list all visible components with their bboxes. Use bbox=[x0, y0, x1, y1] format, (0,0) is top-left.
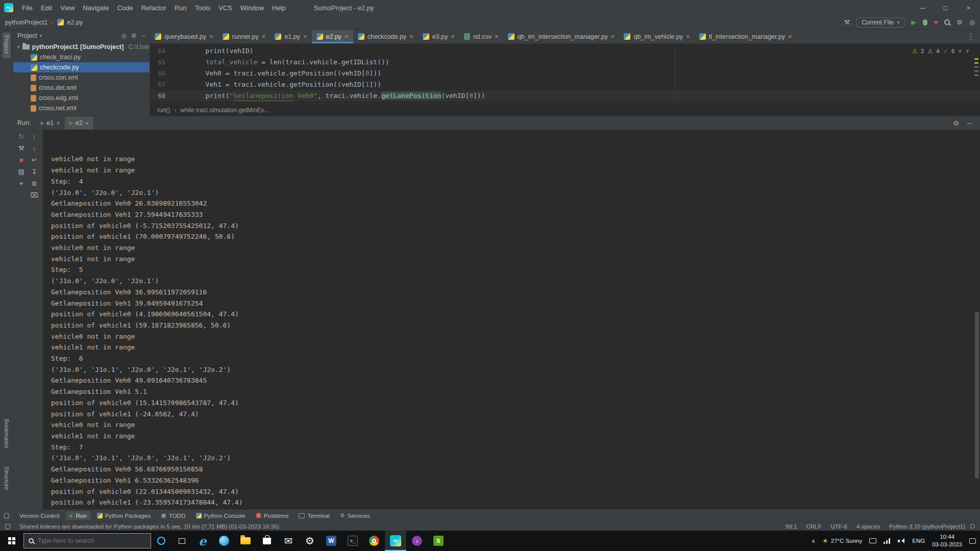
clock-widget[interactable]: 10:44 03-03-2023 bbox=[932, 533, 962, 548]
settings-gear-icon[interactable]: ⚙ bbox=[953, 119, 959, 127]
taskbar-search[interactable] bbox=[23, 533, 151, 548]
profile-icon[interactable]: ◎ bbox=[969, 19, 975, 26]
status-utf-8[interactable]: UTF-8 bbox=[830, 523, 847, 530]
toolwindow-button-problems[interactable]: !Problems bbox=[252, 511, 293, 520]
close-tab-icon[interactable]: × bbox=[345, 33, 349, 40]
cortana-button[interactable] bbox=[151, 531, 172, 551]
editor-tab-e3.py[interactable]: e3.py× bbox=[418, 30, 459, 43]
tab-options-icon[interactable]: ⋮ bbox=[962, 30, 980, 43]
store-icon[interactable] bbox=[256, 531, 278, 551]
down-stack-trace-button[interactable]: ↓ bbox=[33, 145, 36, 152]
toolwindow-button-run[interactable]: ▶Run bbox=[66, 511, 91, 520]
stop-button[interactable]: ■ bbox=[934, 19, 938, 25]
project-file-check_traci.py[interactable]: check_traci.py bbox=[13, 52, 150, 62]
language-indicator[interactable]: ENG bbox=[912, 538, 925, 544]
toolwindow-project-button[interactable]: Project bbox=[3, 33, 11, 58]
soft-wrap-button[interactable]: ↵ bbox=[32, 157, 37, 163]
editor-tab-qb_im_vehicle.py[interactable]: qb_im_vehicle.py× bbox=[619, 30, 694, 43]
toolwindow-button-version-control[interactable]: Version Control bbox=[15, 511, 64, 520]
run-tab-e2[interactable]: ▶e2× bbox=[65, 116, 93, 130]
close-tab-icon[interactable]: × bbox=[611, 33, 615, 40]
volume-tray-icon[interactable] bbox=[898, 538, 905, 544]
run-button[interactable]: ▶ bbox=[911, 19, 916, 26]
internet-explorer-icon[interactable] bbox=[192, 531, 213, 551]
status-99-1[interactable]: 99:1 bbox=[786, 523, 797, 530]
status-panel-icon[interactable] bbox=[5, 524, 10, 529]
code-line-66[interactable]: 66 Veh0 = traci.vehicle.getPosition((veh… bbox=[150, 68, 980, 79]
menu-window[interactable]: Window bbox=[237, 3, 267, 13]
project-root[interactable]: ▾ pythonProject1 [SumoProject] C:\Users.… bbox=[13, 42, 150, 52]
code-editor[interactable]: 64 print(vehID)65 total_vehicle = len(tr… bbox=[150, 44, 980, 104]
editor-tab-e1.py[interactable]: e1.py× bbox=[270, 30, 311, 43]
pycharm-taskbar-icon[interactable] bbox=[385, 531, 406, 551]
menu-view[interactable]: View bbox=[57, 3, 78, 13]
up-stack-trace-button[interactable]: ↑ bbox=[33, 133, 36, 140]
toolwindow-switcher-icon[interactable] bbox=[4, 513, 9, 518]
run-tab-e1[interactable]: ▶e1× bbox=[36, 116, 64, 130]
display-tray-icon[interactable] bbox=[869, 538, 876, 543]
settings-gear-icon[interactable]: ⚙ bbox=[131, 32, 137, 39]
maximize-button[interactable]: □ bbox=[934, 0, 957, 15]
menu-tools[interactable]: Tools bbox=[191, 3, 214, 13]
menu-vcs[interactable]: VCS bbox=[215, 3, 236, 13]
breadcrumb-file[interactable]: e2.py bbox=[67, 19, 83, 26]
close-tab-icon[interactable]: × bbox=[409, 33, 413, 40]
close-tab-icon[interactable]: × bbox=[209, 33, 213, 40]
status-python-3-10-pythonproject1-[interactable]: Python 3.10 (pythonProject1) bbox=[889, 523, 965, 530]
weather-widget[interactable]: ☀ 27°C Sunny bbox=[822, 537, 862, 545]
menu-code[interactable]: Code bbox=[114, 3, 137, 13]
word-icon[interactable] bbox=[321, 531, 342, 551]
project-file-cross.edg.xml[interactable]: cross.edg.xml bbox=[13, 93, 150, 103]
menu-help[interactable]: Help bbox=[268, 3, 289, 13]
terminal-app-icon[interactable] bbox=[342, 531, 363, 551]
project-file-cross.net.xml[interactable]: cross.net.xml bbox=[13, 103, 150, 113]
menu-edit[interactable]: Edit bbox=[37, 3, 56, 13]
project-file-cross.det.xml[interactable]: cross.det.xml bbox=[13, 83, 150, 93]
toolwindow-button-services[interactable]: ⚙Services bbox=[336, 511, 374, 520]
clear-all-button[interactable]: ⌧ bbox=[31, 192, 38, 198]
breadcrumb-item[interactable]: while traci.simulation.getMinEx... bbox=[180, 107, 269, 114]
settings-app-icon[interactable] bbox=[299, 531, 321, 551]
editor-tab-tl_intersection_manager.py[interactable]: tl_intersection_manager.py× bbox=[695, 30, 797, 43]
scroll-to-end-button[interactable]: ↧ bbox=[32, 168, 37, 175]
hide-panel-icon[interactable]: ─ bbox=[141, 32, 145, 39]
prev-problem-icon[interactable]: ∧ bbox=[958, 45, 962, 57]
mail-icon[interactable] bbox=[278, 531, 299, 551]
menu-navigate[interactable]: Navigate bbox=[79, 3, 112, 13]
editor-tab-qb_im_intersection_manager.py[interactable]: qb_im_intersection_manager.py× bbox=[503, 30, 620, 43]
run-configuration-select[interactable]: Current File ▾ bbox=[856, 17, 904, 28]
close-tab-icon[interactable]: × bbox=[686, 33, 690, 40]
search-input[interactable] bbox=[38, 537, 146, 544]
media-player-icon[interactable] bbox=[406, 531, 428, 551]
editor-tab-querybased.py[interactable]: querybased.py× bbox=[150, 30, 218, 43]
hide-panel-icon[interactable]: ─ bbox=[967, 119, 972, 127]
editor-tab-checkcode.py[interactable]: checkcode.py× bbox=[353, 30, 418, 43]
print-button[interactable]: ≣ bbox=[32, 180, 37, 187]
toolwindow-button-terminal[interactable]: Terminal bbox=[295, 511, 333, 520]
network-tray-icon[interactable] bbox=[884, 538, 891, 544]
editor-tab-nd.csv[interactable]: nd.csv× bbox=[459, 30, 503, 43]
inspections-widget[interactable]: ⚠ 2 ⚠ 4 ✓ 6 ∧ ∨ bbox=[910, 45, 972, 57]
next-problem-icon[interactable]: ∨ bbox=[966, 45, 969, 57]
status-4-spaces[interactable]: 4 spaces bbox=[856, 523, 880, 530]
action-center-icon[interactable] bbox=[969, 538, 976, 544]
project-view-selector[interactable]: Project bbox=[17, 32, 37, 39]
close-tab-icon[interactable]: × bbox=[495, 33, 499, 40]
editor-tab-e2.py[interactable]: e2.py× bbox=[312, 30, 353, 43]
stop-button[interactable]: ■ bbox=[19, 157, 23, 163]
notifications-icon[interactable] bbox=[970, 524, 975, 529]
console[interactable]: vehicle0 not in rangevehicle1 not in ran… bbox=[43, 130, 980, 509]
file-explorer-icon[interactable] bbox=[235, 531, 256, 551]
minimize-button[interactable]: ─ bbox=[911, 0, 934, 15]
close-tab-icon[interactable]: × bbox=[788, 33, 792, 40]
edge-icon[interactable] bbox=[213, 531, 235, 551]
menu-file[interactable]: File bbox=[18, 3, 36, 13]
rerun-button[interactable]: ↻ bbox=[18, 133, 24, 140]
code-line-65[interactable]: 65 total_vehicle = len(traci.vehicle.get… bbox=[150, 57, 980, 68]
modify-run-configuration-button[interactable]: ⚒ bbox=[18, 145, 24, 152]
toolwindow-button-todo[interactable]: ▣TODO bbox=[157, 511, 189, 520]
console-scrollbar[interactable] bbox=[975, 312, 979, 479]
build-hammer-icon[interactable]: ⚒ bbox=[844, 19, 850, 26]
toolwindow-button-python-packages[interactable]: Python Packages bbox=[93, 511, 155, 520]
search-everywhere-icon[interactable] bbox=[944, 19, 950, 25]
